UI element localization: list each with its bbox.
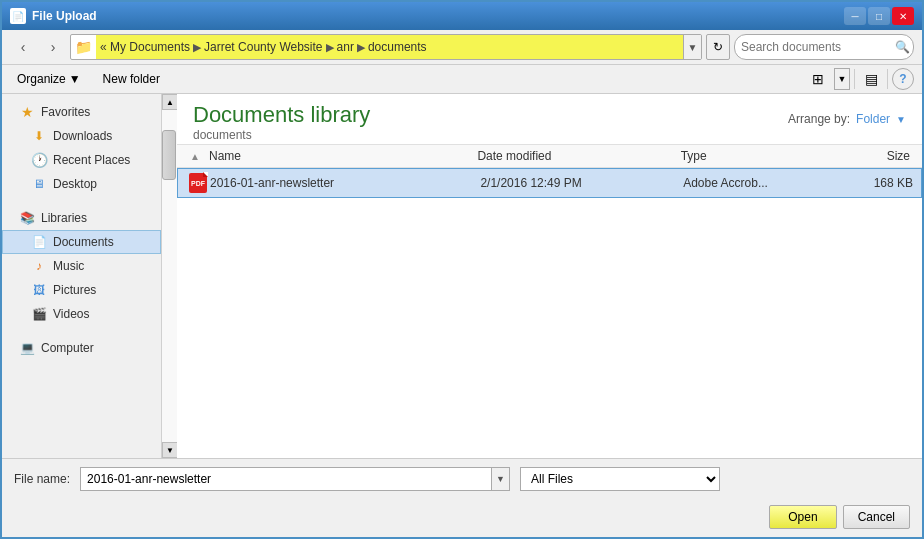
- file-date: 2/1/2016 12:49 PM: [480, 176, 683, 190]
- breadcrumb-anr: anr: [337, 40, 354, 54]
- music-icon: ♪: [31, 258, 47, 274]
- arrange-folder-link[interactable]: Folder: [856, 112, 890, 126]
- scroll-thumb[interactable]: [162, 130, 176, 180]
- scroll-track: [162, 110, 177, 442]
- sidebar-item-libraries-header: 📚 Libraries: [2, 206, 161, 230]
- open-button[interactable]: Open: [769, 505, 836, 529]
- help-button[interactable]: ?: [892, 68, 914, 90]
- table-row[interactable]: PDF 2016-01-anr-newsletter 2/1/2016 12:4…: [177, 168, 922, 198]
- sidebar-item-documents[interactable]: 📄 Documents: [2, 230, 161, 254]
- preview-pane-button[interactable]: ▤: [859, 68, 883, 90]
- breadcrumb-sep2: ▶: [326, 41, 334, 54]
- recent-places-icon: 🕐: [31, 152, 47, 168]
- computer-icon: 💻: [19, 340, 35, 356]
- sidebar-downloads-label: Downloads: [53, 129, 112, 143]
- file-list: PDF 2016-01-anr-newsletter 2/1/2016 12:4…: [177, 168, 922, 458]
- address-bar[interactable]: 📁 « My Documents ▶ Jarret County Website…: [70, 34, 702, 60]
- column-headers: ▲ Name Date modified Type Size: [177, 145, 922, 168]
- libraries-icon: 📚: [19, 210, 35, 226]
- libraries-section: 📚 Libraries 📄 Documents ♪ Music 🖼 Pictur…: [2, 200, 161, 330]
- refresh-button[interactable]: ↻: [706, 34, 730, 60]
- window-icon: 📄: [10, 8, 26, 24]
- cancel-button[interactable]: Cancel: [843, 505, 910, 529]
- file-type: Adobe Accrob...: [683, 176, 818, 190]
- maximize-button[interactable]: □: [868, 7, 890, 25]
- scroll-down-button[interactable]: ▼: [162, 442, 178, 458]
- favorites-section: ★ Favorites ⬇ Downloads 🕐 Recent Places …: [2, 94, 161, 200]
- column-name-header[interactable]: Name: [205, 147, 473, 165]
- organize-button[interactable]: Organize ▼: [10, 69, 88, 89]
- view-controls: ⊞ ▼ ▤ ?: [806, 68, 914, 90]
- close-button[interactable]: ✕: [892, 7, 914, 25]
- filetype-select[interactable]: All Files PDF Files Word Documents Text …: [521, 468, 719, 490]
- file-upload-dialog: 📄 File Upload ─ □ ✕ ‹ › 📁 « My Documents…: [0, 0, 924, 539]
- sidebar-desktop-label: Desktop: [53, 177, 97, 191]
- toolbar-divider2: [887, 69, 888, 89]
- sidebar-documents-label: Documents: [53, 235, 114, 249]
- address-folder-icon: 📁: [71, 39, 96, 55]
- breadcrumb-documents: documents: [368, 40, 427, 54]
- desktop-icon: 🖥: [31, 176, 47, 192]
- main-content: ★ Favorites ⬇ Downloads 🕐 Recent Places …: [2, 94, 922, 458]
- actions-toolbar: Organize ▼ New folder ⊞ ▼ ▤ ?: [2, 65, 922, 94]
- arrange-dropdown-icon[interactable]: ▼: [896, 114, 906, 125]
- library-title: Documents library: [193, 104, 370, 126]
- sort-arrow: ▲: [185, 151, 205, 162]
- filename-label: File name:: [14, 472, 70, 486]
- column-type-header[interactable]: Type: [677, 147, 815, 165]
- filename-dropdown-button[interactable]: ▼: [491, 468, 509, 490]
- file-area: Documents library documents Arrange by: …: [177, 94, 922, 458]
- arrange-by-control: Arrange by: Folder ▼: [788, 112, 906, 126]
- sidebar-favorites-label: Favorites: [41, 105, 90, 119]
- scroll-up-button[interactable]: ▲: [162, 94, 178, 110]
- forward-button[interactable]: ›: [40, 35, 66, 59]
- sidebar-item-videos[interactable]: 🎬 Videos: [2, 302, 161, 326]
- filename-input-container: ▼: [80, 467, 510, 491]
- title-controls: ─ □ ✕: [844, 7, 914, 25]
- address-breadcrumb[interactable]: « My Documents ▶ Jarret County Website ▶…: [96, 35, 683, 59]
- breadcrumb-mydocs: « My Documents: [100, 40, 190, 54]
- sidebar-scrollbar: ▲ ▼: [161, 94, 177, 458]
- documents-icon: 📄: [31, 234, 47, 250]
- search-box[interactable]: 🔍: [734, 34, 914, 60]
- organize-label: Organize: [17, 72, 66, 86]
- title-bar: 📄 File Upload ─ □ ✕: [2, 2, 922, 30]
- file-icon-cell: PDF: [186, 173, 210, 193]
- file-name: 2016-01-anr-newsletter: [210, 176, 480, 190]
- breadcrumb-sep1: ▶: [193, 41, 201, 54]
- star-icon: ★: [19, 104, 35, 120]
- new-folder-button[interactable]: New folder: [96, 69, 167, 89]
- column-date-header[interactable]: Date modified: [473, 147, 676, 165]
- sidebar-item-desktop[interactable]: 🖥 Desktop: [2, 172, 161, 196]
- breadcrumb-sep3: ▶: [357, 41, 365, 54]
- pictures-icon: 🖼: [31, 282, 47, 298]
- address-dropdown-button[interactable]: ▼: [683, 35, 701, 59]
- view-tiles-button[interactable]: ⊞: [806, 68, 830, 90]
- filename-input[interactable]: [81, 468, 491, 490]
- search-input[interactable]: [741, 40, 891, 54]
- sidebar-item-favorites-header: ★ Favorites: [2, 100, 161, 124]
- downloads-icon: ⬇: [31, 128, 47, 144]
- videos-icon: 🎬: [31, 306, 47, 322]
- column-size-header[interactable]: Size: [815, 147, 914, 165]
- arrange-by-label: Arrange by:: [788, 112, 850, 126]
- sidebar-item-computer-header[interactable]: 💻 Computer: [2, 336, 161, 360]
- sidebar-item-downloads[interactable]: ⬇ Downloads: [2, 124, 161, 148]
- sidebar-pictures-label: Pictures: [53, 283, 96, 297]
- sidebar-item-recent-places[interactable]: 🕐 Recent Places: [2, 148, 161, 172]
- title-bar-left: 📄 File Upload: [10, 8, 97, 24]
- back-button[interactable]: ‹: [10, 35, 36, 59]
- sidebar-item-pictures[interactable]: 🖼 Pictures: [2, 278, 161, 302]
- minimize-button[interactable]: ─: [844, 7, 866, 25]
- filename-bar: File name: ▼ All Files PDF Files Word Do…: [2, 458, 922, 499]
- sidebar: ★ Favorites ⬇ Downloads 🕐 Recent Places …: [2, 94, 177, 458]
- sidebar-item-music[interactable]: ♪ Music: [2, 254, 161, 278]
- computer-section: 💻 Computer: [2, 330, 161, 364]
- breadcrumb-site: Jarret County Website: [204, 40, 323, 54]
- filetype-select-container: All Files PDF Files Word Documents Text …: [520, 467, 720, 491]
- action-buttons: Open Cancel: [2, 499, 922, 537]
- search-icon: 🔍: [895, 40, 910, 54]
- file-area-header: Documents library documents Arrange by: …: [177, 94, 922, 145]
- window-title: File Upload: [32, 9, 97, 23]
- view-dropdown-button[interactable]: ▼: [834, 68, 850, 90]
